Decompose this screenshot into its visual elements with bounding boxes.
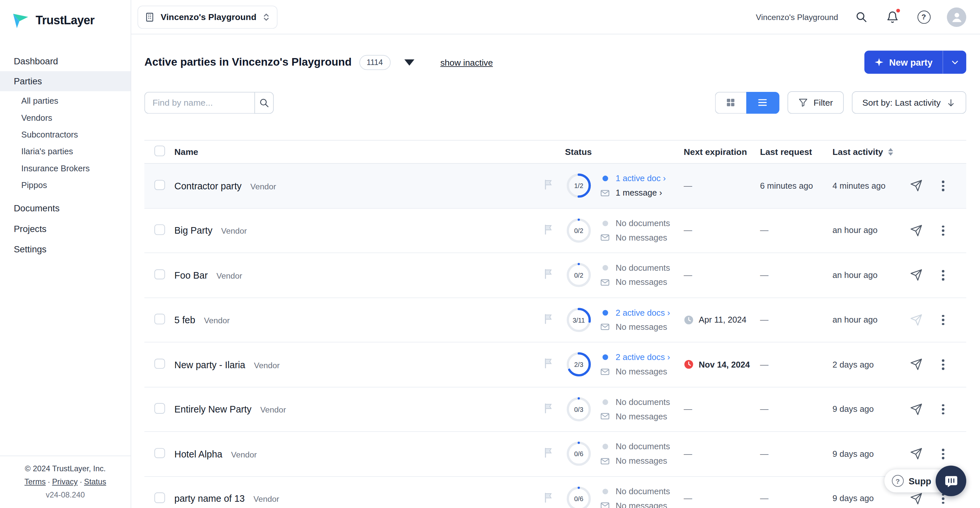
table-row[interactable]: party name of 13 Vendor 0/6 No documents… bbox=[145, 476, 966, 508]
sidebar-item-documents[interactable]: Documents bbox=[0, 197, 130, 218]
party-name[interactable]: party name of 13 bbox=[174, 493, 245, 504]
notifications-button[interactable] bbox=[885, 9, 901, 25]
workspace-selector[interactable]: Vincenzo's Playground bbox=[137, 5, 278, 28]
privacy-link[interactable]: Privacy bbox=[52, 478, 78, 486]
send-request-button[interactable] bbox=[907, 356, 925, 373]
active-docs-link[interactable]: 1 active doc › bbox=[616, 174, 666, 183]
sort-carets-icon[interactable] bbox=[888, 148, 893, 156]
send-request-button[interactable] bbox=[907, 266, 925, 284]
title-dropdown-toggle[interactable] bbox=[404, 59, 414, 65]
next-expiration-value: — bbox=[684, 271, 692, 280]
sidebar-nav: Dashboard Parties All parties Vendors Su… bbox=[0, 51, 130, 259]
flag-icon[interactable] bbox=[542, 268, 554, 280]
sidebar-item-subcontractors[interactable]: Subcontractors bbox=[0, 126, 130, 143]
send-request-button[interactable] bbox=[907, 400, 925, 418]
row-menu-button[interactable] bbox=[936, 267, 950, 283]
envelope-icon bbox=[600, 322, 610, 332]
send-request-button[interactable] bbox=[907, 445, 925, 462]
row-checkbox[interactable] bbox=[154, 492, 164, 503]
row-checkbox[interactable] bbox=[154, 180, 164, 190]
terms-link[interactable]: Terms bbox=[24, 478, 46, 486]
flag-icon[interactable] bbox=[542, 447, 554, 459]
sort-button[interactable]: Sort by: Last activity bbox=[852, 91, 966, 114]
sidebar: TrustLayer Dashboard Parties All parties… bbox=[0, 0, 131, 508]
row-checkbox[interactable] bbox=[154, 314, 164, 324]
party-name[interactable]: New party - Ilaria bbox=[174, 359, 245, 370]
row-checkbox[interactable] bbox=[154, 269, 164, 279]
table-row[interactable]: Contractor party Vendor 1/2 1 active doc… bbox=[145, 164, 966, 209]
show-inactive-link[interactable]: show inactive bbox=[441, 57, 493, 67]
party-name[interactable]: 5 feb bbox=[174, 314, 195, 325]
doc-status-dot bbox=[602, 354, 608, 360]
party-name[interactable]: Big Party bbox=[174, 225, 212, 236]
flag-icon[interactable] bbox=[542, 402, 554, 414]
party-name[interactable]: Contractor party bbox=[174, 180, 242, 191]
column-header-last-request: Last request bbox=[760, 147, 833, 157]
sidebar-item-pippos[interactable]: Pippos bbox=[0, 177, 130, 194]
row-menu-button[interactable] bbox=[936, 357, 950, 373]
party-type-label: Vendor bbox=[253, 495, 279, 504]
progress-label: 2/3 bbox=[565, 351, 593, 378]
send-request-button[interactable] bbox=[907, 311, 925, 328]
search-input[interactable] bbox=[145, 92, 255, 113]
select-all-checkbox[interactable] bbox=[154, 146, 164, 156]
party-name[interactable]: Foo Bar bbox=[174, 270, 208, 280]
send-request-button[interactable] bbox=[907, 222, 925, 239]
paper-plane-icon bbox=[910, 224, 923, 237]
messages-link[interactable]: 1 message › bbox=[616, 188, 662, 198]
new-party-dropdown-button[interactable] bbox=[943, 51, 966, 73]
row-menu-button[interactable] bbox=[936, 222, 950, 239]
table-row[interactable]: Hotel Alpha Vendor 0/6 No documents No m… bbox=[145, 432, 966, 476]
party-type-label: Vendor bbox=[250, 182, 276, 191]
brand-logo[interactable]: TrustLayer bbox=[0, 0, 130, 31]
flag-icon[interactable] bbox=[542, 223, 554, 235]
column-header-last-activity[interactable]: Last activity bbox=[833, 147, 908, 157]
table-row[interactable]: Entirely New Party Vendor 0/3 No documen… bbox=[145, 387, 966, 432]
search-button-topbar[interactable] bbox=[853, 9, 869, 25]
sidebar-item-vendors[interactable]: Vendors bbox=[0, 109, 130, 126]
filter-button[interactable]: Filter bbox=[788, 91, 844, 114]
table-row[interactable]: Big Party Vendor 0/2 No documents No mes… bbox=[145, 209, 966, 253]
next-expiration-value: — bbox=[684, 404, 692, 414]
sidebar-item-settings[interactable]: Settings bbox=[0, 239, 130, 259]
send-request-button[interactable] bbox=[907, 177, 925, 194]
list-view-button[interactable] bbox=[746, 92, 779, 113]
row-checkbox[interactable] bbox=[154, 403, 164, 413]
row-menu-button[interactable] bbox=[936, 446, 950, 462]
messages-status-text: No messages bbox=[616, 411, 667, 421]
grid-view-button[interactable] bbox=[715, 92, 746, 113]
table-row[interactable]: New party - Ilaria Vendor 2/3 2 active d… bbox=[145, 342, 966, 387]
party-name[interactable]: Hotel Alpha bbox=[174, 449, 222, 459]
active-docs-link[interactable]: 2 active docs › bbox=[616, 308, 670, 317]
flag-icon[interactable] bbox=[542, 492, 554, 503]
account-workspace-label[interactable]: Vincenzo's Playground bbox=[756, 12, 838, 22]
help-button[interactable]: ? bbox=[916, 9, 932, 25]
row-checkbox[interactable] bbox=[154, 447, 164, 458]
row-menu-button[interactable] bbox=[936, 401, 950, 417]
messages-status-text: No messages bbox=[616, 322, 667, 332]
next-expiration-value: Apr 11, 2024 bbox=[699, 315, 746, 325]
table-row[interactable]: Foo Bar Vendor 0/2 No documents No messa… bbox=[145, 253, 966, 298]
row-menu-button[interactable] bbox=[936, 312, 950, 328]
new-party-button[interactable]: New party bbox=[864, 51, 943, 73]
avatar[interactable] bbox=[947, 7, 966, 27]
party-name[interactable]: Entirely New Party bbox=[174, 404, 251, 414]
row-checkbox[interactable] bbox=[154, 225, 164, 235]
active-docs-link[interactable]: 2 active docs › bbox=[616, 353, 670, 362]
status-link[interactable]: Status bbox=[84, 478, 106, 486]
flag-icon[interactable] bbox=[542, 179, 554, 191]
chat-bubble-button[interactable] bbox=[936, 466, 966, 496]
sidebar-item-ilarias-parties[interactable]: Ilaria's parties bbox=[0, 143, 130, 160]
row-checkbox[interactable] bbox=[154, 358, 164, 368]
sidebar-item-all-parties[interactable]: All parties bbox=[0, 92, 130, 109]
sidebar-item-parties[interactable]: Parties bbox=[0, 71, 130, 91]
row-menu-button[interactable] bbox=[936, 178, 950, 194]
sidebar-item-projects[interactable]: Projects bbox=[0, 218, 130, 239]
sidebar-item-insurance-brokers[interactable]: Insurance Brokers bbox=[0, 160, 130, 177]
doc-status-dot bbox=[602, 221, 608, 226]
search-submit-button[interactable] bbox=[255, 92, 274, 113]
flag-icon[interactable] bbox=[542, 313, 554, 325]
sidebar-item-dashboard[interactable]: Dashboard bbox=[0, 51, 130, 71]
table-row[interactable]: 5 feb Vendor 3/11 2 active docs › No mes… bbox=[145, 298, 966, 342]
flag-icon[interactable] bbox=[542, 358, 554, 369]
